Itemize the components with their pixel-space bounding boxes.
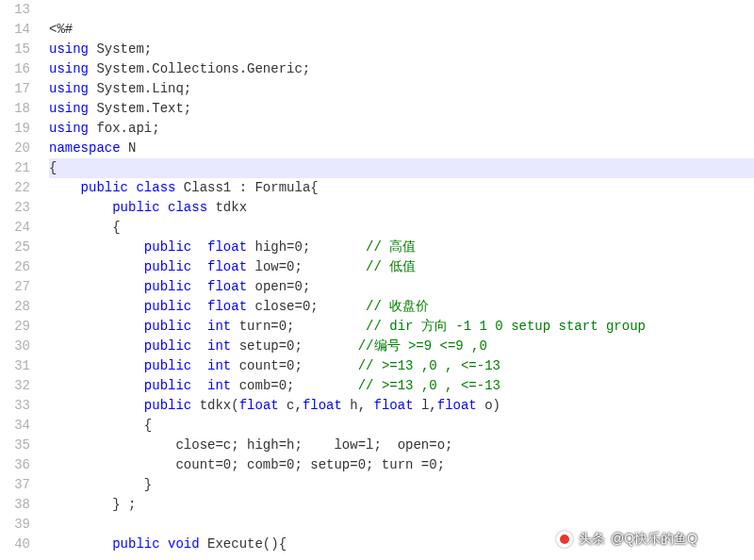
line-number: 28	[0, 297, 30, 317]
line-number: 23	[0, 198, 30, 218]
line-number: 34	[0, 416, 30, 436]
code-area: <%#using System;using System.Collections…	[38, 0, 754, 560]
code-line: {	[49, 218, 754, 238]
code-line: using System.Linq;	[49, 79, 754, 99]
code-line: count=0; comb=0; setup=0; turn =0;	[49, 455, 754, 475]
watermark-author: @Q快乐的鱼Q	[611, 529, 697, 549]
line-number: 13	[0, 0, 30, 20]
line-number: 24	[0, 218, 30, 238]
line-number: 37	[0, 475, 30, 495]
line-number: 14	[0, 20, 30, 40]
line-number: 19	[0, 119, 30, 139]
line-number: 26	[0, 257, 30, 277]
line-number: 16	[0, 59, 30, 79]
line-number: 33	[0, 396, 30, 416]
line-number: 22	[0, 178, 30, 198]
code-line: }	[49, 475, 754, 495]
line-number: 40	[0, 535, 30, 554]
line-number: 32	[0, 376, 30, 396]
line-number: 18	[0, 99, 30, 119]
code-line: namespace N	[49, 139, 754, 158]
code-line: <%#	[49, 20, 754, 40]
code-line: close=c; high=h; low=l; open=o;	[49, 436, 754, 455]
code-line: using fox.api;	[49, 119, 754, 139]
watermark: 头条 @Q快乐的鱼Q	[556, 529, 697, 549]
code-line: public int count=0; // >=13 ,0 , <=-13	[49, 356, 754, 376]
line-number: 36	[0, 455, 30, 475]
line-number: 30	[0, 337, 30, 356]
line-number: 39	[0, 515, 30, 535]
code-line: } ;	[49, 495, 754, 515]
code-line: {	[49, 416, 754, 436]
code-line: public float open=0;	[49, 277, 754, 297]
code-line: public float low=0; // 低值	[49, 257, 754, 277]
watermark-prefix: 头条	[579, 529, 605, 549]
code-line: using System.Collections.Generic;	[49, 59, 754, 79]
line-number: 17	[0, 79, 30, 99]
line-number: 38	[0, 495, 30, 515]
line-number-gutter: 1314151617181920212223242526272829303132…	[0, 0, 38, 560]
code-line: using System;	[49, 40, 754, 59]
line-number: 20	[0, 139, 30, 158]
current-line-highlight	[49, 158, 754, 178]
code-line: public int turn=0; // dir 方向 -1 1 0 setu…	[49, 317, 754, 337]
line-number: 25	[0, 238, 30, 257]
code-line: public int comb=0; // >=13 ,0 , <=-13	[49, 376, 754, 396]
line-number: 15	[0, 40, 30, 59]
line-number: 35	[0, 436, 30, 455]
line-number: 29	[0, 317, 30, 337]
code-editor: 1314151617181920212223242526272829303132…	[0, 0, 754, 560]
code-line: public class Class1 : Formula{	[49, 178, 754, 198]
watermark-icon	[556, 531, 573, 548]
code-line: {	[49, 158, 754, 178]
code-line: public class tdkx	[49, 198, 754, 218]
code-line: public tdkx(float c,float h, float l,flo…	[49, 396, 754, 416]
line-number: 31	[0, 356, 30, 376]
code-line: public float close=0; // 收盘价	[49, 297, 754, 317]
code-line: public float high=0; // 高值	[49, 238, 754, 257]
line-number: 21	[0, 158, 30, 178]
code-line: using System.Text;	[49, 99, 754, 119]
code-line	[49, 0, 754, 20]
code-line: public int setup=0; //编号 >=9 <=9 ,0	[49, 337, 754, 356]
line-number: 27	[0, 277, 30, 297]
